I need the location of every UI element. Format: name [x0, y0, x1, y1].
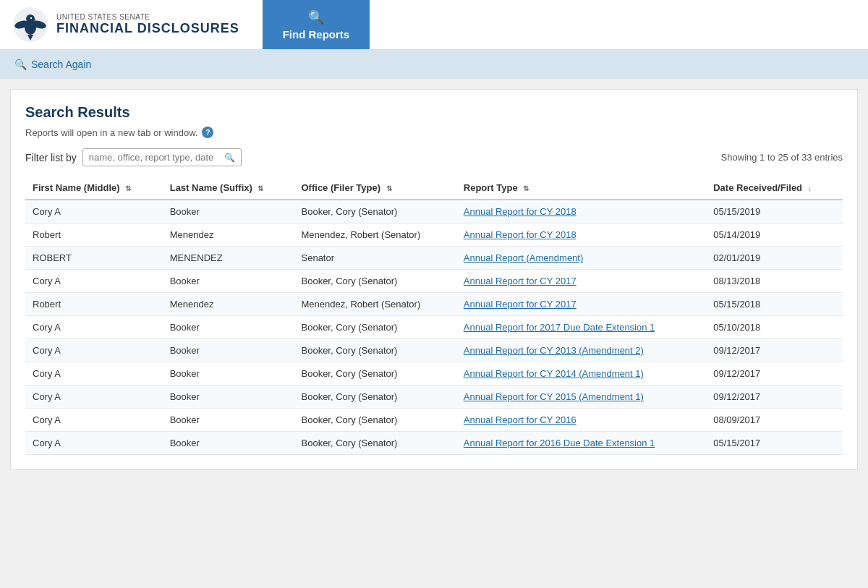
report-link[interactable]: Annual Report for CY 2018	[464, 229, 576, 240]
cell-report-type: Annual Report (Amendment)	[456, 247, 706, 270]
report-link[interactable]: Annual Report for 2017 Due Date Extensio…	[464, 322, 655, 333]
cell-last-name: Booker	[163, 409, 294, 432]
cell-office: Booker, Cory (Senator)	[294, 316, 456, 339]
header-nav: 🔍 Find Reports	[263, 0, 370, 49]
svg-point-7	[30, 17, 32, 19]
cell-date: 08/13/2018	[706, 270, 843, 293]
main-content: Search Results Reports will open in a ne…	[10, 89, 858, 470]
cell-report-type: Annual Report for CY 2017	[456, 270, 706, 293]
table-row: Cory ABookerBooker, Cory (Senator)Annual…	[25, 409, 843, 432]
cell-office: Booker, Cory (Senator)	[294, 339, 456, 362]
cell-first-name: Cory A	[25, 316, 163, 339]
find-reports-label: Find Reports	[283, 28, 350, 41]
col-report-type[interactable]: Report Type ⇅	[456, 176, 706, 200]
cell-last-name: Booker	[163, 270, 294, 293]
cell-last-name: Booker	[163, 200, 294, 223]
table-row: Cory ABookerBooker, Cory (Senator)Annual…	[25, 432, 843, 455]
cell-report-type: Annual Report for CY 2015 (Amendment 1)	[456, 385, 706, 409]
cell-office: Booker, Cory (Senator)	[294, 432, 456, 455]
cell-report-type: Annual Report for CY 2014 (Amendment 1)	[456, 362, 706, 385]
cell-office: Booker, Cory (Senator)	[294, 385, 456, 409]
report-link[interactable]: Annual Report for CY 2015 (Amendment 1)	[464, 391, 644, 402]
cell-first-name: Robert	[25, 293, 163, 316]
col-last-name[interactable]: Last Name (Suffix) ⇅	[163, 176, 294, 200]
cell-first-name: Cory A	[25, 362, 163, 385]
cell-office: Menendez, Robert (Senator)	[294, 293, 456, 316]
cell-first-name: Cory A	[25, 385, 163, 409]
cell-office: Booker, Cory (Senator)	[294, 270, 456, 293]
cell-first-name: Robert	[25, 223, 163, 247]
search-again-icon: 🔍	[14, 59, 27, 70]
report-link[interactable]: Annual Report for CY 2016	[464, 414, 576, 425]
sort-arrows-date: ↓	[808, 184, 812, 192]
cell-date: 08/09/2017	[706, 409, 843, 432]
cell-date: 05/15/2017	[706, 432, 843, 455]
filter-input[interactable]	[89, 152, 220, 163]
search-results-title: Search Results	[25, 104, 843, 121]
cell-date: 02/01/2019	[706, 247, 843, 270]
cell-report-type: Annual Report for CY 2018	[456, 223, 706, 247]
find-reports-tab[interactable]: 🔍 Find Reports	[263, 0, 370, 49]
cell-date: 09/12/2017	[706, 362, 843, 385]
cell-office: Booker, Cory (Senator)	[294, 200, 456, 223]
col-office[interactable]: Office (Filer Type) ⇅	[294, 176, 456, 200]
report-link[interactable]: Annual Report for CY 2013 (Amendment 2)	[464, 345, 644, 356]
cell-last-name: MENENDEZ	[163, 247, 294, 270]
report-link[interactable]: Annual Report for CY 2014 (Amendment 1)	[464, 368, 644, 379]
sort-arrows-first-name: ⇅	[125, 184, 131, 192]
table-row: Cory ABookerBooker, Cory (Senator)Annual…	[25, 339, 843, 362]
report-link[interactable]: Annual Report for CY 2018	[464, 206, 576, 217]
header: UNITED STATES SENATE FINANCIAL DISCLOSUR…	[0, 0, 868, 50]
cell-last-name: Booker	[163, 362, 294, 385]
cell-last-name: Booker	[163, 339, 294, 362]
cell-report-type: Annual Report for CY 2016	[456, 409, 706, 432]
report-link[interactable]: Annual Report for CY 2017	[464, 276, 576, 286]
cell-report-type: Annual Report for CY 2013 (Amendment 2)	[456, 339, 706, 362]
col-first-name[interactable]: First Name (Middle) ⇅	[25, 176, 163, 200]
cell-last-name: Booker	[163, 316, 294, 339]
cell-date: 05/15/2018	[706, 293, 843, 316]
cell-office: Senator	[294, 247, 456, 270]
sort-arrows-office: ⇅	[386, 184, 392, 192]
table-row: Cory ABookerBooker, Cory (Senator)Annual…	[25, 316, 843, 339]
eagle-icon	[12, 6, 49, 43]
report-link[interactable]: Annual Report (Amendment)	[464, 252, 583, 263]
cell-date: 09/12/2017	[706, 385, 843, 409]
cell-last-name: Menendez	[163, 293, 294, 316]
cell-office: Booker, Cory (Senator)	[294, 362, 456, 385]
cell-last-name: Booker	[163, 385, 294, 409]
sort-arrows-last-name: ⇅	[258, 184, 263, 192]
info-icon[interactable]: ?	[202, 127, 213, 138]
logo-bottom-line: FINANCIAL DISCLOSURES	[56, 21, 239, 36]
table-row: Cory ABookerBooker, Cory (Senator)Annual…	[25, 385, 843, 409]
cell-first-name: Cory A	[25, 409, 163, 432]
sort-arrows-report-type: ⇅	[523, 184, 529, 192]
cell-last-name: Menendez	[163, 223, 294, 247]
search-again-bar: 🔍 Search Again	[0, 50, 868, 79]
table-row: Cory ABookerBooker, Cory (Senator)Annual…	[25, 270, 843, 293]
logo-area: UNITED STATES SENATE FINANCIAL DISCLOSUR…	[0, 0, 251, 49]
table-row: Cory ABookerBooker, Cory (Senator)Annual…	[25, 362, 843, 385]
notice-text: Reports will open in a new tab or window…	[25, 127, 197, 138]
cell-date: 09/12/2017	[706, 339, 843, 362]
table-header-row: First Name (Middle) ⇅ Last Name (Suffix)…	[25, 176, 843, 200]
table-row: RobertMenendezMenendez, Robert (Senator)…	[25, 293, 843, 316]
table-row: Cory ABookerBooker, Cory (Senator)Annual…	[25, 200, 843, 223]
filter-row: Filter list by 🔍 Showing 1 to 25 of 33 e…	[25, 148, 843, 166]
cell-date: 05/10/2018	[706, 316, 843, 339]
cell-report-type: Annual Report for 2017 Due Date Extensio…	[456, 316, 706, 339]
filter-search-icon: 🔍	[224, 153, 235, 163]
table-row: RobertMenendezMenendez, Robert (Senator)…	[25, 223, 843, 247]
cell-first-name: ROBERT	[25, 247, 163, 270]
cell-last-name: Booker	[163, 432, 294, 455]
results-table: First Name (Middle) ⇅ Last Name (Suffix)…	[25, 176, 843, 455]
cell-first-name: Cory A	[25, 270, 163, 293]
cell-date: 05/14/2019	[706, 223, 843, 247]
search-again-link[interactable]: 🔍 Search Again	[14, 59, 91, 70]
report-link[interactable]: Annual Report for CY 2017	[464, 299, 576, 310]
report-link[interactable]: Annual Report for 2016 Due Date Extensio…	[464, 438, 655, 448]
filter-label: Filter list by	[25, 152, 77, 163]
cell-report-type: Annual Report for CY 2018	[456, 200, 706, 223]
cell-office: Booker, Cory (Senator)	[294, 409, 456, 432]
col-date[interactable]: Date Received/Filed ↓	[706, 176, 843, 200]
